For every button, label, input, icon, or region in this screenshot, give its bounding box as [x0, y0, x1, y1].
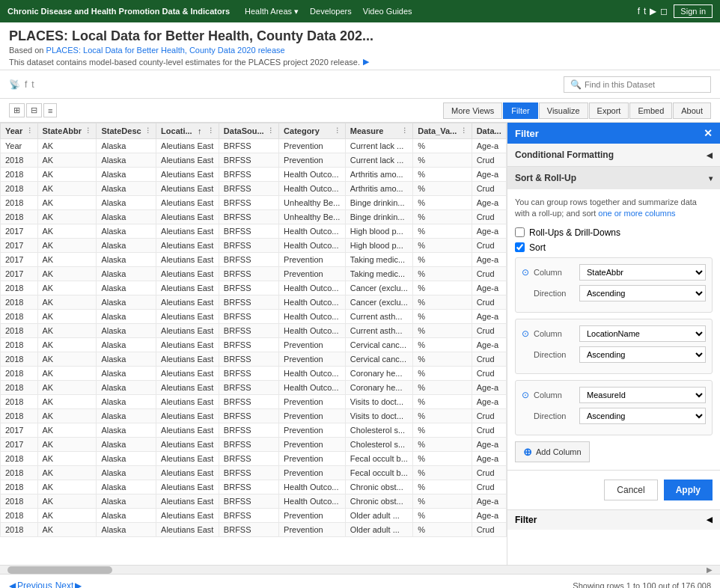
table-cell: Prevention: [279, 452, 346, 466]
table-cell: %: [413, 224, 472, 239]
twitter-icon[interactable]: t: [644, 6, 646, 16]
subtitle-link[interactable]: PLACES: Local Data for Better Health, Co…: [46, 46, 285, 55]
table-cell: AK: [37, 310, 97, 324]
sort-2-radio[interactable]: ⊙: [522, 328, 529, 339]
sort-2-column-select[interactable]: LocationName: [579, 325, 706, 342]
table-cell: Crud: [472, 480, 506, 494]
table-cell: Prevention: [279, 139, 346, 153]
table-cell: BRFSS: [219, 239, 278, 253]
table-cell: Alaska: [97, 438, 156, 452]
filter-close-icon[interactable]: ✕: [704, 127, 713, 139]
table-row: 2018AKAlaskaAleutians EastBRFSSPreventio…: [1, 466, 507, 480]
add-column-button[interactable]: ⊕ Add Column: [515, 441, 590, 462]
search-box: 🔍: [564, 76, 711, 93]
previous-button[interactable]: ◀ Previous: [9, 581, 52, 589]
table-cell: AK: [37, 168, 97, 182]
tab-about[interactable]: About: [673, 102, 711, 119]
tab-filter[interactable]: Filter: [503, 102, 537, 119]
table-cell: BRFSS: [219, 224, 278, 239]
sort-rollup-chevron: ▾: [709, 174, 713, 183]
rollups-checkbox[interactable]: [515, 227, 525, 237]
nav-health-areas[interactable]: Health Areas ▾: [245, 7, 299, 16]
sort-rollup-header[interactable]: Sort & Roll-Up ▾: [507, 167, 720, 189]
facebook-icon[interactable]: f: [638, 6, 640, 16]
sort-1-column-select[interactable]: StateAbbr: [579, 264, 706, 281]
sort-1-radio[interactable]: ⊙: [522, 267, 529, 278]
table-cell: Current asth...: [345, 310, 413, 324]
sign-in-button[interactable]: Sign in: [674, 4, 713, 18]
table-cell: Aleutians East: [156, 239, 219, 253]
tab-embed[interactable]: Embed: [629, 102, 672, 119]
sort-3-column-select[interactable]: MeasureId: [579, 387, 706, 403]
search-input[interactable]: [585, 80, 704, 89]
table-cell: 2018: [1, 381, 38, 395]
sort-label[interactable]: Sort: [529, 242, 546, 253]
table-cell: %: [413, 310, 472, 324]
table-cell: BRFSS: [219, 352, 278, 367]
tab-visualize[interactable]: Visualize: [539, 102, 588, 119]
table-row: 2018AKAlaskaAleutians EastBRFSSHealth Ou…: [1, 182, 507, 196]
table-cell: Older adult ...: [345, 509, 413, 523]
sort-2-direction-select[interactable]: Ascending Descending: [579, 346, 706, 363]
tab-more-views[interactable]: More Views: [443, 102, 502, 119]
table-cell: Coronary he...: [345, 367, 413, 381]
data-table-container[interactable]: Year ⋮ StateAbbr ⋮ StateDesc ⋮: [0, 123, 507, 565]
col-category[interactable]: Category ⋮: [279, 123, 346, 139]
col-measure[interactable]: Measure ⋮: [345, 123, 413, 139]
table-cell: 2018: [1, 324, 38, 338]
grid-view-btn1[interactable]: ⊞: [9, 103, 25, 117]
table-cell: Health Outco...: [279, 494, 346, 509]
sort-3-direction-select[interactable]: Ascending Descending: [579, 408, 706, 424]
table-cell: Alaska: [97, 168, 156, 182]
nav-video-guides[interactable]: Video Guides: [363, 7, 412, 16]
sort-1-direction-select[interactable]: Ascending Descending: [579, 285, 706, 301]
cancel-button[interactable]: Cancel: [604, 480, 657, 500]
table-row: 2017AKAlaskaAleutians EastBRFSSPreventio…: [1, 253, 507, 267]
grid-view-btn2[interactable]: ⊟: [26, 103, 42, 117]
table-cell: %: [413, 324, 472, 338]
rollups-label[interactable]: Roll-Ups & Drill-Downs: [529, 227, 620, 238]
table-header-row: Year ⋮ StateAbbr ⋮ StateDesc ⋮: [1, 123, 507, 139]
col-datasou[interactable]: DataSou... ⋮: [219, 123, 278, 139]
facebook-share-icon[interactable]: f: [25, 79, 27, 90]
more-link[interactable]: ▶: [363, 57, 369, 67]
apply-button[interactable]: Apply: [664, 480, 713, 500]
col-datava[interactable]: Data_Va... ⋮: [413, 123, 472, 139]
twitter-share-icon[interactable]: t: [31, 79, 34, 90]
table-cell: AK: [37, 523, 97, 537]
grid-view-btn3[interactable]: ≡: [43, 103, 57, 117]
instagram-icon[interactable]: ◻: [660, 6, 668, 16]
next-button[interactable]: Next ▶: [55, 581, 82, 589]
scroll-right-arrow[interactable]: ▶: [707, 566, 713, 574]
table-cell: 2018: [1, 466, 38, 480]
sort-checkbox[interactable]: [515, 242, 525, 252]
table-cell: Health Outco...: [279, 381, 346, 395]
col-stateabbr[interactable]: StateAbbr ⋮: [37, 123, 97, 139]
table-cell: Prevention: [279, 253, 346, 267]
filter-panel-header: Filter ✕: [507, 123, 720, 144]
table-cell: BRFSS: [219, 253, 278, 267]
sort-2-column-label: Column: [534, 329, 575, 338]
table-cell: %: [413, 281, 472, 295]
nav-developers[interactable]: Developers: [310, 7, 352, 16]
rss-icon[interactable]: 📡: [9, 79, 20, 90]
sort-2-column-row: ⊙ Column LocationName: [522, 325, 706, 342]
table-cell: 2018: [1, 182, 38, 196]
table-cell: BRFSS: [219, 295, 278, 310]
table-cell: Prevention: [279, 352, 346, 367]
youtube-icon[interactable]: ▶: [650, 6, 656, 16]
sort-3-radio[interactable]: ⊙: [522, 390, 529, 400]
tab-export[interactable]: Export: [589, 102, 629, 119]
scrollbar-thumb[interactable]: [7, 566, 112, 574]
table-cell: BRFSS: [219, 153, 278, 168]
col-statedesc[interactable]: StateDesc ⋮: [97, 123, 156, 139]
table-cell: Binge drinkin...: [345, 196, 413, 210]
table-cell: Aleutians East: [156, 452, 219, 466]
col-data[interactable]: Data...: [472, 123, 506, 139]
conditional-formatting-header[interactable]: Conditional Formatting ◀: [507, 144, 720, 166]
col-locati[interactable]: Locati... ↑ ⋮: [156, 123, 219, 139]
horizontal-scrollbar[interactable]: ▶: [0, 565, 720, 574]
filter-bottom[interactable]: Filter ◀: [507, 509, 720, 530]
table-cell: BRFSS: [219, 324, 278, 338]
col-year[interactable]: Year ⋮: [1, 123, 38, 139]
